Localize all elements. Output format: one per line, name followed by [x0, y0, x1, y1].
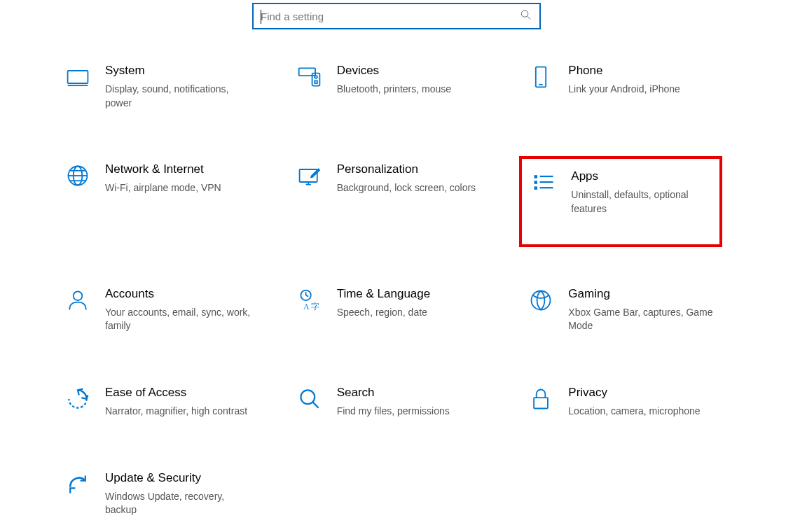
tiles-grid: System Display, sound, notifications, po…: [56, 57, 737, 530]
search-box[interactable]: [252, 3, 541, 29]
svg-point-32: [301, 390, 315, 404]
tile-title: Network & Internet: [105, 162, 221, 177]
svg-line-33: [312, 402, 318, 407]
lock-icon: [526, 385, 556, 412]
search-icon: [520, 10, 531, 23]
tile-devices[interactable]: Devices Bluetooth, printers, mouse: [288, 57, 491, 122]
svg-rect-8: [315, 80, 317, 83]
search-tile-icon: [295, 385, 324, 412]
tile-title: Personalization: [337, 162, 476, 177]
tile-title: Time & Language: [337, 286, 431, 302]
svg-text:字: 字: [310, 301, 319, 311]
tile-system[interactable]: System Display, sound, notifications, po…: [56, 57, 259, 122]
tile-network[interactable]: Network & Internet Wi-Fi, airplane mode,…: [56, 156, 259, 246]
tile-desc: Link your Android, iPhone: [568, 83, 680, 97]
svg-line-1: [527, 16, 530, 19]
svg-point-0: [521, 10, 527, 17]
time-language-icon: A 字: [295, 286, 324, 313]
svg-rect-19: [535, 175, 538, 178]
tile-title: Devices: [337, 63, 451, 78]
apps-icon: [529, 169, 558, 195]
phone-icon: [526, 63, 556, 90]
tile-title: Apps: [571, 169, 712, 184]
tile-time-language[interactable]: A 字 Time & Language Speech, region, date: [288, 281, 491, 346]
svg-point-7: [315, 76, 317, 78]
settings-home: System Display, sound, notifications, po…: [0, 0, 793, 530]
globe-icon: [63, 162, 92, 188]
text-caret: [261, 10, 261, 24]
search-region: [28, 0, 765, 57]
tile-phone[interactable]: Phone Link your Android, iPhone: [519, 57, 722, 122]
devices-icon: [295, 63, 324, 90]
system-icon: [63, 63, 92, 90]
svg-rect-34: [534, 398, 548, 408]
tile-desc: Find my files, permissions: [337, 405, 450, 419]
svg-rect-20: [535, 181, 538, 185]
tile-gaming[interactable]: Gaming Xbox Game Bar, captures, Game Mod…: [519, 281, 722, 346]
tile-title: Ease of Access: [105, 385, 247, 400]
tile-desc: Uninstall, defaults, optional features: [571, 188, 712, 216]
svg-rect-2: [68, 71, 88, 83]
search-input[interactable]: [261, 10, 532, 22]
tile-title: System: [105, 63, 252, 78]
tile-ease-of-access[interactable]: Ease of Access Narrator, magnifier, high…: [56, 379, 259, 431]
svg-text:A: A: [303, 302, 310, 311]
tile-title: Search: [337, 385, 450, 400]
tile-desc: Speech, region, date: [337, 306, 431, 320]
ease-of-access-icon: [63, 385, 92, 412]
tile-desc: Your accounts, email, sync, work, family: [105, 306, 252, 333]
tile-desc: Location, camera, microphone: [568, 405, 700, 419]
svg-line-28: [305, 295, 308, 296]
gaming-icon: [526, 286, 556, 313]
tile-title: Privacy: [568, 385, 700, 400]
tile-desc: Narrator, magnifier, high contrast: [105, 405, 247, 419]
tile-search[interactable]: Search Find my files, permissions: [288, 379, 491, 431]
personalization-icon: [295, 162, 324, 188]
tile-title: Phone: [568, 63, 680, 78]
tile-privacy[interactable]: Privacy Location, camera, microphone: [519, 379, 722, 431]
tile-desc: Background, lock screen, colors: [337, 181, 476, 195]
tile-apps[interactable]: Apps Uninstall, defaults, optional featu…: [519, 156, 722, 246]
tile-desc: Windows Update, recovery, backup: [105, 490, 252, 517]
update-icon: [63, 470, 92, 497]
svg-rect-4: [298, 68, 315, 76]
tile-desc: Bluetooth, printers, mouse: [337, 83, 451, 97]
tile-title: Accounts: [105, 286, 252, 302]
tile-title: Gaming: [568, 286, 715, 302]
tile-desc: Xbox Game Bar, captures, Game Mode: [568, 306, 715, 333]
svg-point-25: [74, 291, 83, 300]
svg-point-31: [532, 290, 551, 309]
tile-update-security[interactable]: Update & Security Windows Update, recove…: [56, 465, 259, 530]
tile-personalization[interactable]: Personalization Background, lock screen,…: [288, 156, 491, 246]
tile-title: Update & Security: [105, 470, 252, 486]
tile-desc: Wi-Fi, airplane mode, VPN: [105, 181, 221, 195]
svg-rect-21: [535, 187, 538, 190]
tile-desc: Display, sound, notifications, power: [105, 83, 252, 110]
accounts-icon: [63, 286, 92, 313]
tile-accounts[interactable]: Accounts Your accounts, email, sync, wor…: [56, 281, 259, 346]
